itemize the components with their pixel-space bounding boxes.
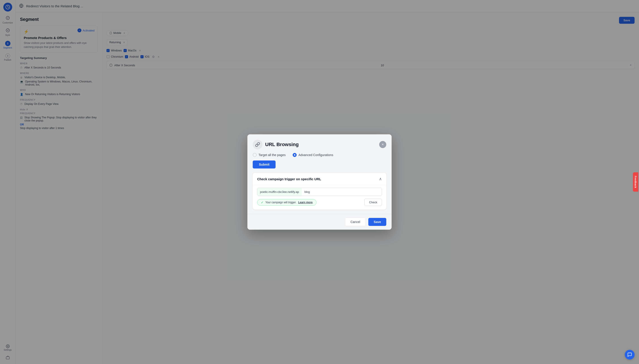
url-domain-input[interactable] <box>257 188 302 196</box>
modal-overlay: URL Browsing × Target all the pages Adva… <box>0 0 639 364</box>
trigger-check-icon: ✓ <box>261 200 264 204</box>
radio-target-all[interactable]: Target all the pages <box>253 153 285 157</box>
modal-card-title: Check campaign trigger on specific URL <box>257 177 321 181</box>
chat-bubble[interactable] <box>625 350 634 360</box>
url-path-input[interactable] <box>302 188 382 196</box>
learn-more-link[interactable]: Learn more <box>298 201 313 204</box>
trigger-message: ✓ Your campaign will trigger. Learn more <box>257 199 316 206</box>
radio-advanced[interactable]: Advanced Configurations <box>293 153 333 157</box>
url-check-card: Check campaign trigger on specific URL ∧… <box>253 173 386 210</box>
link-icon <box>255 142 260 147</box>
submit-area: Submit <box>247 160 392 173</box>
radio-circle-advanced <box>293 153 297 157</box>
trigger-row: ✓ Your campaign will trigger. Learn more… <box>253 199 386 210</box>
chat-icon <box>627 352 632 357</box>
modal-header: URL Browsing × <box>247 134 392 153</box>
save-modal-button[interactable]: Save <box>368 218 386 226</box>
radio-group: Target all the pages Advanced Configurat… <box>247 153 392 160</box>
url-input-container <box>257 188 382 196</box>
feedback-tab[interactable]: Feedback <box>633 172 638 192</box>
submit-button[interactable]: Submit <box>253 160 275 168</box>
collapse-button[interactable]: ∧ <box>379 176 382 181</box>
modal-close-button[interactable]: × <box>379 141 386 148</box>
modal-footer: Cancel Save <box>247 214 392 230</box>
modal-card-header: Check campaign trigger on specific URL ∧ <box>253 173 386 185</box>
modal-icon-wrap <box>253 140 262 150</box>
radio-circle-target-all <box>253 153 257 157</box>
modal: URL Browsing × Target all the pages Adva… <box>247 134 392 230</box>
modal-title-row: URL Browsing <box>253 140 299 150</box>
cancel-button[interactable]: Cancel <box>345 218 366 226</box>
check-button[interactable]: Check <box>364 199 382 206</box>
modal-title: URL Browsing <box>265 142 299 148</box>
